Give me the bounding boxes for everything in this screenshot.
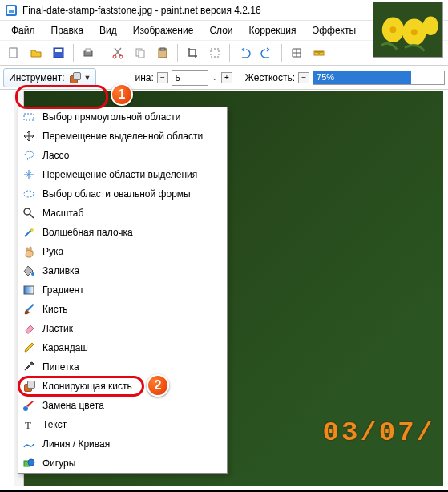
svg-rect-2 (9, 10, 14, 13)
brush-width-label: ина: (135, 72, 153, 83)
tool-lasso[interactable]: Лассо (18, 146, 227, 165)
cut-button[interactable] (107, 42, 128, 63)
hand-icon (22, 244, 36, 259)
menu-effects[interactable]: Эффекты (305, 22, 365, 38)
width-minus-button[interactable]: − (157, 72, 168, 83)
tool-pan[interactable]: Рука (18, 242, 227, 261)
deselect-button[interactable] (204, 42, 225, 63)
new-button[interactable] (3, 42, 24, 63)
zoom-icon (22, 206, 36, 220)
tool-move-selection[interactable]: Перемещение выделенной области (18, 127, 227, 146)
svg-rect-13 (160, 48, 165, 50)
rectangle-select-icon (22, 110, 36, 124)
copy-button[interactable] (130, 42, 151, 63)
hardness-slider[interactable]: 75% (313, 71, 445, 85)
clone-stamp-icon (22, 379, 36, 393)
svg-point-30 (28, 459, 34, 466)
undo-button[interactable] (234, 42, 255, 63)
svg-rect-26 (24, 286, 34, 294)
paste-button[interactable] (152, 42, 173, 63)
paint-bucket-icon (22, 264, 36, 278)
redo-button[interactable] (256, 42, 277, 63)
svg-rect-5 (55, 49, 62, 52)
chevron-down-icon: ▼ (84, 74, 91, 82)
crop-button[interactable] (182, 42, 203, 63)
tool-gradient[interactable]: Градиент (18, 280, 227, 300)
open-button[interactable] (26, 42, 46, 63)
move-pixels-icon (22, 167, 36, 182)
menu-layers[interactable]: Слои (201, 22, 240, 38)
line-icon (22, 437, 36, 451)
recolor-icon (22, 398, 36, 413)
tool-brush[interactable]: Кисть (18, 300, 227, 319)
svg-rect-14 (211, 49, 219, 57)
app-icon (5, 4, 18, 17)
eraser-icon (22, 321, 36, 336)
tool-shapes[interactable]: Фигуры (18, 454, 227, 473)
svg-rect-22 (24, 114, 34, 120)
tool-zoom[interactable]: Масштаб (18, 204, 227, 223)
lasso-icon (22, 148, 36, 163)
gradient-icon (22, 283, 36, 297)
clone-stamp-icon (68, 71, 81, 84)
brush-icon (22, 302, 36, 317)
pencil-icon (22, 341, 36, 355)
hardness-label: Жесткость: (245, 72, 295, 83)
ellipse-select-icon (22, 187, 36, 201)
menu-view[interactable]: Вид (91, 22, 125, 38)
eyedropper-icon (22, 360, 36, 374)
tool-pencil[interactable]: Карандаш (18, 338, 227, 357)
magic-wand-icon (22, 225, 36, 240)
tool-ellipse-select[interactable]: Выбор области овальной формы (18, 184, 227, 204)
tool-fill[interactable]: Заливка (18, 261, 227, 280)
menu-edit[interactable]: Правка (43, 22, 92, 38)
hardness-minus-button[interactable]: − (298, 72, 309, 83)
svg-rect-11 (139, 50, 144, 58)
tool-clone-stamp[interactable]: Клонирующая кисть (18, 377, 227, 396)
hardness-value: 75% (317, 72, 334, 82)
tool-recolor[interactable]: Замена цвета (18, 396, 227, 415)
svg-text:T: T (25, 419, 31, 431)
date-stamp-overlay: 03/07/ (323, 417, 435, 448)
svg-point-21 (411, 29, 418, 35)
svg-point-23 (24, 191, 34, 197)
window-title: Final-date-stamp-faststone.jpg - paint.n… (22, 5, 261, 16)
tool-color-picker[interactable]: Пипетка (18, 357, 227, 377)
width-plus-button[interactable]: + (221, 72, 232, 83)
shapes-icon (22, 456, 36, 470)
svg-point-25 (31, 272, 34, 276)
grid-button[interactable] (286, 42, 307, 63)
svg-point-20 (390, 26, 397, 33)
tool-move-selection-area[interactable]: Перемещение области выделения (18, 165, 227, 184)
ruler-button[interactable] (309, 42, 329, 63)
tool-eraser[interactable]: Ластик (18, 319, 227, 338)
tool-magic-wand[interactable]: Волшебная палочка (18, 223, 227, 242)
menu-image[interactable]: Изображение (125, 22, 202, 38)
svg-rect-7 (86, 49, 91, 52)
svg-rect-3 (10, 48, 17, 58)
tool-text[interactable]: TТекст (18, 415, 227, 434)
tool-rectangle-select[interactable]: Выбор прямоугольной области (18, 107, 227, 127)
print-button[interactable] (78, 42, 99, 63)
menu-file[interactable]: Файл (3, 22, 43, 38)
save-button[interactable] (48, 42, 69, 63)
text-icon: T (22, 417, 36, 432)
image-thumbnail[interactable] (373, 2, 443, 58)
move-selection-icon (22, 129, 36, 143)
svg-point-27 (23, 406, 28, 411)
menu-adjust[interactable]: Коррекция (241, 22, 305, 38)
brush-width-input[interactable] (172, 70, 208, 86)
svg-point-19 (423, 17, 439, 35)
tool-selector-label: Инструмент: (9, 72, 65, 83)
svg-point-24 (24, 208, 30, 215)
tool-options-bar: Инструмент: ▼ ина: − ⌄ + Жесткость: − 75… (0, 66, 448, 90)
tool-selector[interactable]: Инструмент: ▼ (3, 68, 96, 87)
tool-dropdown: Выбор прямоугольной области Перемещение … (18, 107, 228, 474)
tool-line[interactable]: Линия / Кривая (18, 434, 227, 454)
